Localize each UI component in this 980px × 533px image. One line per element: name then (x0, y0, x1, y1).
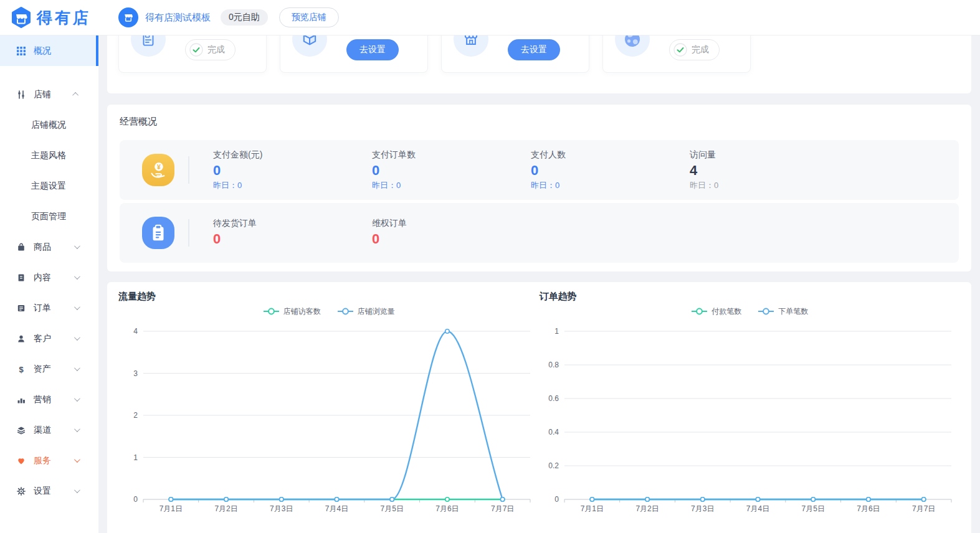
svg-text:0.2: 0.2 (548, 461, 559, 470)
legend-item-paid-count[interactable]: 付款笔数 (691, 306, 741, 317)
preview-store-button[interactable]: 预览店铺 (279, 7, 339, 27)
go-setup-button[interactable]: 去设置 (508, 39, 560, 60)
stat-columns: 支付金额(元) 0 昨日：0 支付订单数 0 昨日：0 支付人数 0 昨日：0 … (189, 149, 825, 191)
line-marker-icon (263, 308, 280, 315)
svg-text:7月5日: 7月5日 (381, 504, 404, 513)
store-info: 得有店测试模板 0元自助 预览店铺 (98, 7, 339, 27)
sidebar-item-shop[interactable]: 店铺 (0, 79, 98, 110)
svg-text:7月1日: 7月1日 (159, 504, 183, 513)
check-circle-icon (673, 43, 687, 57)
shop-sliders-icon (16, 90, 26, 100)
payment-hand-coin-icon: ¥ (142, 154, 174, 186)
storefront-icon (122, 11, 135, 24)
order-chart-legend: 付款笔数 下单笔数 (540, 304, 961, 319)
sidebar-item-customers[interactable]: 客户 (0, 323, 98, 354)
task-card-goods[interactable]: 去设置 (280, 35, 428, 73)
storefront-box-icon (454, 35, 488, 57)
sidebar-item-channels[interactable]: 渠道 (0, 415, 98, 445)
clipboard-icon (142, 217, 174, 249)
brand-logo[interactable]: 得有店 (0, 6, 98, 29)
svg-text:0: 0 (554, 495, 559, 504)
svg-text:7月7日: 7月7日 (911, 504, 935, 513)
traffic-chart-title: 流量趋势 (118, 291, 540, 303)
sidebar-item-goods[interactable]: 商品 (0, 232, 98, 262)
stat-pay-amount: 支付金额(元) 0 昨日：0 (189, 149, 348, 191)
sidebar-item-orders[interactable]: 订单 (0, 293, 98, 323)
sidebar-item-content[interactable]: 内容 (0, 262, 98, 293)
sidebar-item-overview[interactable]: 概况 (0, 35, 98, 66)
chevron-down-icon (74, 395, 80, 402)
sidebar-subitem-shop-overview[interactable]: 店铺概况 (0, 110, 98, 140)
overview-title: 经营概况 (120, 116, 959, 128)
task-card-store-design[interactable]: 去设置 (441, 35, 589, 73)
store-avatar[interactable] (118, 7, 138, 27)
svg-text:7月6日: 7月6日 (435, 504, 459, 513)
store-name-link[interactable]: 得有店测试模板 (145, 12, 211, 24)
svg-text:1: 1 (554, 327, 559, 336)
chevron-down-icon (74, 456, 80, 463)
task-done-button[interactable]: 完成 (669, 39, 720, 60)
go-setup-button[interactable]: 去设置 (346, 39, 399, 60)
svg-text:$: $ (19, 365, 24, 374)
order-list-icon (16, 303, 26, 313)
svg-text:0.6: 0.6 (548, 394, 559, 403)
goods-bag-icon (16, 242, 26, 252)
svg-text:3: 3 (133, 369, 138, 378)
brand-name: 得有店 (37, 7, 91, 28)
grid-icon (16, 46, 26, 56)
customers-icon (16, 334, 26, 344)
stat-columns: 待发货订单 0 维权订单 0 (189, 218, 507, 248)
task-card-publish[interactable]: 完成 (602, 35, 751, 73)
plan-badge: 0元自助 (221, 9, 268, 26)
svg-text:7月2日: 7月2日 (635, 504, 659, 513)
chevron-down-icon (74, 487, 80, 493)
setup-tasks-panel: 完成 去设置 (107, 35, 971, 93)
sidebar-subitem-theme-style[interactable]: 主题风格 (0, 140, 98, 171)
svg-text:7月7日: 7月7日 (491, 504, 514, 513)
line-marker-icon (691, 308, 708, 315)
line-marker-icon (758, 308, 774, 315)
task-done-button[interactable]: 完成 (185, 39, 235, 60)
side-nav: 概况 店铺 店铺概况 主题风格 主题设置 页面管理 (0, 35, 98, 506)
legend-item-pageviews[interactable]: 店铺浏览量 (337, 306, 395, 317)
svg-text:0.8: 0.8 (548, 361, 559, 369)
sidebar-subitem-page-management[interactable]: 页面管理 (0, 201, 98, 232)
task-card-store-info[interactable]: 完成 (118, 35, 267, 73)
stat-pending-shipment: 待发货订单 0 (189, 218, 348, 248)
chevron-down-icon (74, 273, 80, 280)
svg-text:0.4: 0.4 (548, 428, 559, 436)
traffic-trend-line-chart[interactable]: 012347月1日7月2日7月3日7月4日7月5日7月6日7月7日 (118, 319, 539, 524)
svg-text:7月4日: 7月4日 (746, 504, 769, 513)
payment-stats-row: ¥ 支付金额(元) 0 昨日：0 支付订单数 0 昨日：0 支付人 (120, 140, 959, 200)
svg-text:7月3日: 7月3日 (270, 504, 293, 513)
main-content: 完成 去设置 (98, 35, 980, 533)
sidebar-subitem-theme-settings[interactable]: 主题设置 (0, 171, 98, 201)
channels-layers-icon (16, 425, 26, 435)
legend-item-order-count[interactable]: 下单笔数 (758, 306, 808, 317)
sidebar-item-settings[interactable]: 设置 (0, 476, 98, 506)
shop-submenu: 店铺概况 主题风格 主题设置 页面管理 (0, 110, 98, 232)
check-circle-icon (189, 43, 203, 57)
svg-text:2: 2 (133, 411, 138, 420)
legend-item-visitors[interactable]: 店铺访客数 (263, 306, 321, 317)
chevron-down-icon (74, 304, 80, 310)
settings-gear-icon (16, 486, 26, 496)
svg-text:7月4日: 7月4日 (325, 504, 348, 513)
order-trend-line-chart[interactable]: 00.20.40.60.817月1日7月2日7月3日7月4日7月5日7月6日7月… (540, 319, 960, 524)
svg-text:7月2日: 7月2日 (214, 504, 237, 513)
chevron-down-icon (74, 243, 80, 249)
svg-text:7月5日: 7月5日 (801, 504, 824, 513)
traffic-chart-legend: 店铺访客数 店铺浏览量 (118, 304, 540, 319)
stat-pay-orders: 支付订单数 0 昨日：0 (348, 149, 507, 191)
sidebar-item-marketing[interactable]: 营销 (0, 384, 98, 415)
order-chart-title: 订单趋势 (540, 291, 961, 303)
chevron-down-icon (74, 334, 80, 341)
service-heart-icon (16, 456, 26, 466)
svg-text:1: 1 (133, 453, 138, 462)
content-doc-icon (16, 273, 26, 283)
stat-dispute-orders: 维权订单 0 (348, 218, 507, 248)
sidebar-item-assets[interactable]: $ 资产 (0, 354, 98, 384)
sidebar-item-service[interactable]: 服务 (0, 445, 98, 476)
svg-text:4: 4 (133, 327, 138, 336)
line-marker-icon (337, 308, 354, 315)
